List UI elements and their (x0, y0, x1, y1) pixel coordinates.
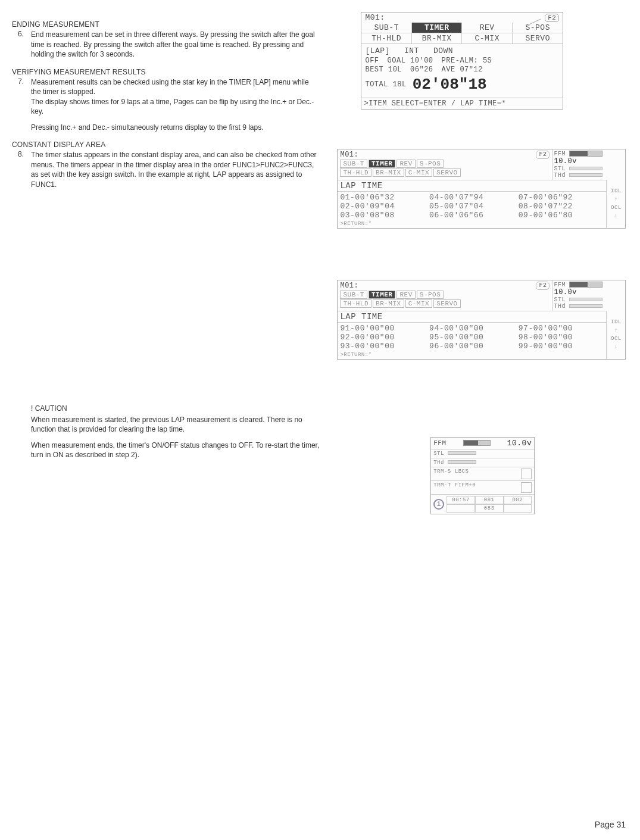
lcd3-tab-thhld[interactable]: TH-HLD (340, 299, 371, 308)
badge-idl: IDL (611, 319, 622, 325)
lcd3-side-ffm: FFM (554, 282, 566, 288)
lap-cell: 98-00'00"00 (519, 333, 603, 342)
lap-cell: 05-00'07"04 (429, 202, 514, 211)
lap-cell: 03-00'08"08 (340, 211, 424, 220)
lcd2-tab-thhld[interactable]: TH-HLD (340, 168, 371, 177)
lcd3-tab-subt[interactable]: SUB-T (340, 291, 367, 299)
lap-cell: 96-00'00"00 (429, 342, 514, 351)
lcd3-voltage: 10.0v (554, 288, 577, 296)
section-head-verifying: VERIFYING MEASUREMENT RESULTS (12, 68, 320, 76)
lap-header-lap: [LAP] (365, 46, 390, 57)
tab-rev[interactable]: REV (462, 23, 513, 33)
lcd2-side-stl: STL (554, 165, 566, 172)
lcd2-tab-cmix[interactable]: C-MIX (405, 168, 433, 177)
lcd3-tab-servo[interactable]: SERVO (433, 299, 461, 308)
info-icon: i (433, 499, 444, 510)
lcd2-tab-brmix[interactable]: BR-MIX (373, 168, 404, 177)
up-arrow-icon: ↑ (614, 196, 618, 202)
lcd3-corner: F2 (536, 282, 550, 290)
lcd2-side-thd: THd (554, 172, 566, 179)
lap-cell: 07-00'06"92 (519, 193, 603, 202)
item-number-6: 6. (18, 30, 24, 38)
lcd3-title: M01: (340, 282, 358, 290)
lcd4-ffm: FFM (433, 439, 446, 446)
lap-cell: 01-00'06"32 (340, 193, 424, 202)
page-number: Page 31 (595, 820, 626, 829)
lap-cell: 95-00'00"00 (429, 333, 514, 342)
lcd-laptime-91-99: M01: F2 SUB-T TIMER REV S-POS TH-HLD BR-… (337, 280, 626, 360)
lap-cell: 94-00'00"00 (429, 324, 514, 333)
lcd-constant-display: FFM 10.0v STL THd TRM-S LBCS TRM-T (430, 437, 535, 514)
lap-goal: GOAL 10'00 (388, 57, 433, 66)
down-arrow-icon: ↓ (614, 213, 618, 219)
body-sec2-p1: Measurement results can be checked using… (31, 77, 320, 97)
lcd-laptime-1-9: M01: F2 SUB-T TIMER REV S-POS TH-HLD BR-… (337, 149, 626, 229)
tab-spos[interactable]: S-POS (513, 23, 563, 33)
lcd3-tab-cmix[interactable]: C-MIX (405, 299, 433, 308)
lcd2-tab-timer[interactable]: TIMER (369, 160, 396, 168)
lcd3-lap-head: LAP TIME (338, 311, 606, 323)
lcd4-voltage: 10.0v (507, 439, 532, 448)
lap-prealm: PRE-ALM: 5S (442, 57, 492, 66)
lcd2-foot: >RETURN=* (338, 221, 606, 228)
lcd1-corner: F2 (545, 14, 559, 22)
lap-header-down: DOWN (433, 46, 453, 57)
lcd2-lap-head: LAP TIME (338, 180, 606, 192)
lcd4-fifm: FIFM+0 (455, 482, 476, 493)
lap-cell: 93-00'00"00 (340, 342, 424, 351)
lcd2-tab-subt[interactable]: SUB-T (340, 160, 367, 168)
tab-sub-t[interactable]: SUB-T (361, 23, 412, 33)
item-number-8: 8. (18, 150, 24, 158)
section-head-constant: CONSTANT DISPLAY AREA (12, 140, 320, 149)
lap-cell: 97-00'00"00 (519, 324, 603, 333)
tab-cmix[interactable]: C-MIX (462, 33, 513, 43)
caution-p1: When measurement is started, the previou… (31, 415, 320, 435)
lap-best-val: 06"26 (410, 65, 433, 75)
lcd3-tab-rev[interactable]: REV (397, 291, 415, 299)
lap-cell: 06-00'06"66 (429, 211, 514, 220)
lcd1-title: M01: (365, 13, 385, 22)
lap-cell: 09-00'06"80 (519, 211, 603, 220)
lap-cell: 99-00'00"00 (519, 342, 603, 351)
lcd2-voltage: 10.0v (554, 157, 577, 165)
lcd4-g0: 00:57 (447, 496, 475, 504)
lap-ave: AVE 07"12 (442, 65, 483, 75)
lcd3-tab-timer[interactable]: TIMER (369, 291, 396, 299)
lap-cell: 91-00'00"00 (340, 324, 424, 333)
up-arrow-icon: ↑ (614, 327, 618, 333)
lcd1-footer: >ITEM SELECT=ENTER / LAP TIME=* (361, 98, 563, 109)
lcd4-lbcs: LBCS (455, 469, 469, 479)
lcd4-g2: 082 (504, 496, 532, 504)
lcd4-g3: 083 (475, 504, 504, 513)
lcd3-side-thd: THd (554, 303, 566, 310)
tab-thhld[interactable]: TH-HLD (361, 33, 412, 43)
lcd2-corner: F2 (536, 151, 550, 159)
lcd2-lap-grid: 01-00'06"32 04-00'07"94 07-00'06"92 02-0… (338, 192, 606, 221)
item-number-7: 7. (18, 77, 24, 86)
badge-ocl: OCL (611, 205, 622, 211)
badge-idl: IDL (611, 188, 622, 194)
lap-cell: 02-00'09"04 (340, 202, 424, 211)
tab-timer[interactable]: TIMER (412, 23, 463, 33)
badge-ocl: OCL (611, 336, 622, 342)
tab-servo[interactable]: SERVO (513, 33, 563, 43)
section-head-ending: ENDING MEASUREMENT (12, 20, 320, 29)
lap-off: OFF (365, 57, 379, 66)
lap-best: BEST 10L (365, 65, 402, 75)
lcd4-stl: STL (433, 451, 444, 457)
lap-big-time: 02'08"18 (413, 75, 487, 95)
lcd3-tab-brmix[interactable]: BR-MIX (373, 299, 404, 308)
lap-cell: 08-00'07"22 (519, 202, 603, 211)
lcd2-tab-spos[interactable]: S-POS (417, 160, 444, 168)
lcd2-tab-servo[interactable]: SERVO (433, 168, 461, 177)
body-sec1: End measurement can be set in three diff… (31, 30, 320, 60)
lcd3-tab-spos[interactable]: S-POS (417, 291, 444, 299)
lap-total: TOTAL 18L (365, 80, 406, 90)
lcd4-trms: TRM-S (433, 469, 451, 479)
caution-head: ! CAUTION (31, 404, 320, 413)
lcd2-tab-rev[interactable]: REV (397, 160, 415, 168)
tab-brmix[interactable]: BR-MIX (412, 33, 463, 43)
lcd3-lap-grid: 91-00'00"00 94-00'00"00 97-00'00"00 92-0… (338, 323, 606, 352)
lcd3-side-stl: STL (554, 296, 566, 303)
lcd-timer-main: M01: F2 SUB-T TIMER REV S-POS TH-HLD BR-… (361, 12, 563, 110)
